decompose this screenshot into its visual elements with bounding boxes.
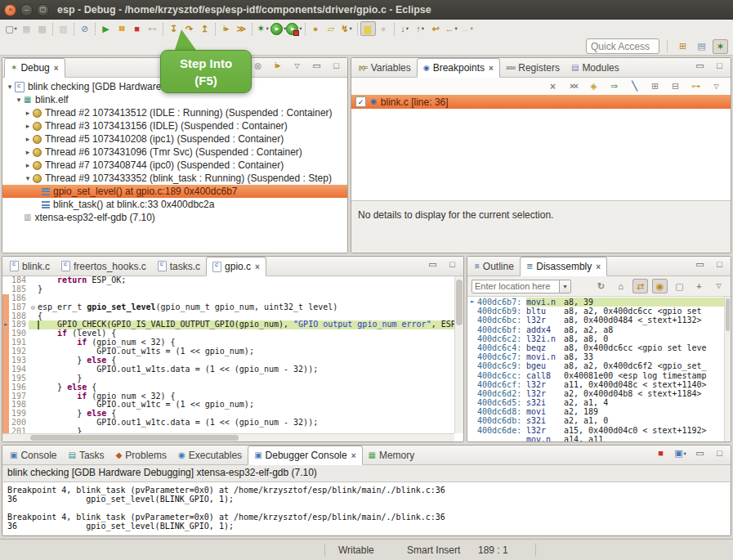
disassembly-line[interactable]: 400dc6d5:s32ia2, a1, 4	[467, 398, 724, 407]
tree-expander-icon[interactable]: ▸	[24, 122, 32, 130]
goto-file-button[interactable]	[606, 79, 622, 94]
use-step-filters-button[interactable]	[234, 21, 249, 36]
code-line[interactable]: 199 } else {	[2, 410, 454, 419]
terminate-button[interactable]	[653, 446, 668, 461]
disassembly-line[interactable]: 400dc6b9:bltua8, a2, 0x400dc6cc <gpio_se…	[467, 307, 724, 316]
debug-tree-row[interactable]: ▸Thread #5 1073410208 (ipc1) (Suspended …	[2, 132, 347, 146]
tab-memory[interactable]: Memory	[363, 446, 421, 464]
close-tab-icon[interactable]: ×	[255, 262, 260, 271]
code-editor[interactable]: 184 return ESP_OK;185}186187⊖esp_err_t g…	[2, 276, 454, 433]
save-button[interactable]	[19, 21, 34, 36]
tab-debugger-console[interactable]: Debugger Console×	[248, 446, 362, 465]
open-perspective-button[interactable]	[675, 39, 691, 54]
editor-vertical-scrollbar[interactable]	[454, 276, 463, 433]
location-input[interactable]	[472, 280, 560, 293]
location-dropdown-icon[interactable]: ▼	[560, 280, 571, 293]
minimize-button[interactable]	[425, 258, 440, 272]
disassembly-line[interactable]: 400dc6c2:l32i.na8, a8, 0	[467, 334, 724, 343]
close-tab-icon[interactable]: ×	[596, 262, 601, 271]
tree-expander-icon[interactable]: ▸	[24, 135, 32, 143]
tab-breakpoints[interactable]: Breakpoints×	[417, 58, 500, 78]
pin-button[interactable]	[691, 279, 707, 293]
code-line[interactable]: 187⊖esp_err_t gpio_set_level(gpio_num_t …	[2, 303, 454, 312]
external-tools-button[interactable]: ▾	[286, 21, 302, 36]
scrollbar-thumb[interactable]	[456, 280, 463, 325]
back-dropdown-icon[interactable]: ▾	[454, 25, 457, 32]
remove-all-button[interactable]	[565, 79, 581, 94]
scrollbar-thumb[interactable]	[30, 435, 239, 441]
remove-all-terminated-button[interactable]	[250, 59, 266, 74]
open-task-button[interactable]	[308, 21, 324, 36]
code-line[interactable]: 196 } else {	[2, 383, 454, 392]
open-resource-button[interactable]	[324, 21, 339, 36]
code-line[interactable]: 188{	[2, 312, 454, 321]
tree-expander-icon[interactable]: ▸	[24, 109, 32, 117]
window-close-button[interactable]: ×	[4, 4, 16, 16]
disassembly-line[interactable]: 400dc6de:l32ra15, 0x400d04c0 <_stext+119…	[467, 426, 724, 435]
close-tab-icon[interactable]: ×	[489, 64, 494, 73]
tree-expander-icon[interactable]: ▸	[24, 148, 32, 156]
debug-tree-row[interactable]: ▸Thread #2 1073413512 (IDLE : Running) (…	[2, 106, 347, 119]
debug-tree-row[interactable]: ▾blink.elf	[2, 93, 347, 106]
disconnect-button[interactable]	[145, 21, 160, 36]
search-dropdown-icon[interactable]: ▾	[350, 25, 352, 32]
tab-executables[interactable]: Executables	[172, 446, 248, 464]
show-source-button[interactable]	[652, 279, 668, 293]
collapse-all-button[interactable]	[668, 79, 683, 94]
forward-dropdown-icon[interactable]: ▾	[470, 25, 472, 32]
code-line[interactable]: 184 return ESP_OK;	[2, 276, 454, 285]
tab-tasks[interactable]: Tasks	[62, 446, 110, 464]
instruction-stepping-mode-button[interactable]	[270, 59, 285, 74]
disassembly-line[interactable]: 400dc6bc:l32ra8, 0x400d0484 <_stext+1132…	[467, 316, 724, 325]
minimize-button[interactable]	[309, 59, 324, 74]
refresh-button[interactable]	[593, 279, 609, 293]
window-minimize-button[interactable]: –	[20, 4, 33, 16]
display-selected-button[interactable]: ▾	[673, 446, 688, 461]
code-line[interactable]: 198 GPIO.out_w1tc = (1 << gpio_num);	[2, 401, 454, 410]
tab-blink-c[interactable]: blink.c	[4, 257, 56, 276]
maximize-button[interactable]	[712, 258, 727, 272]
view-menu-button[interactable]	[711, 279, 726, 293]
close-tab-icon[interactable]: ×	[54, 64, 59, 73]
tree-expander-icon[interactable]: ▾	[24, 174, 32, 182]
debug-button[interactable]: ▾	[255, 21, 270, 36]
maximize-button[interactable]	[712, 59, 727, 74]
breakpoint-checkbox[interactable]: ✓	[355, 96, 366, 107]
forward-button[interactable]: ▾	[459, 21, 475, 36]
new-button[interactable]: ▾	[3, 21, 19, 36]
disassembly-line[interactable]: 400dc6cf:l32ra11, 0x400d048c <_stext+114…	[467, 380, 724, 389]
debug-dropdown-icon[interactable]: ▾	[266, 25, 268, 32]
debug-tree-row[interactable]: ▾Thread #9 1073433352 (blink_task : Runn…	[2, 172, 347, 185]
tab-modules[interactable]: Modules	[565, 58, 625, 77]
search-button[interactable]: ▾	[339, 21, 355, 36]
close-tab-icon[interactable]: ×	[351, 451, 356, 460]
suspend-button[interactable]	[114, 21, 129, 36]
back-button[interactable]: ▾	[444, 21, 459, 36]
block-selection-button[interactable]	[376, 21, 391, 36]
disassembly-line[interactable]: 400dc6c4:beqza8, 0x400dc6cc <gpio_set_le…	[467, 343, 724, 352]
show-supported-button[interactable]	[586, 79, 601, 94]
code-line[interactable]: 195 }	[2, 374, 454, 383]
minimize-button[interactable]	[692, 59, 708, 74]
debug-tree-row[interactable]: xtensa-esp32-elf-gdb (7.10)	[2, 211, 347, 224]
code-line[interactable]: 193 } else {	[2, 356, 454, 365]
code-line[interactable]: 201 }	[2, 428, 454, 433]
instruction-stepping-button[interactable]	[218, 21, 234, 36]
tab-variables[interactable]: Variables	[353, 58, 417, 77]
resume-button[interactable]	[98, 21, 114, 36]
code-line[interactable]: 185}	[2, 285, 454, 294]
tab-problems[interactable]: Problems	[110, 446, 172, 464]
prev-annotation-dropdown-icon[interactable]: ▾	[422, 25, 424, 32]
tree-expander-icon[interactable]: ▸	[24, 161, 32, 169]
disassembly-listing[interactable]: ►400dc6b7:movi.na8, 39400dc6b9:bltua8, a…	[467, 297, 724, 441]
home-button[interactable]	[613, 279, 628, 293]
disassembly-line[interactable]: mov.na14, a11	[467, 435, 724, 441]
view-menu-button[interactable]	[708, 79, 724, 94]
prev-annotation-button[interactable]: ▾	[413, 21, 428, 36]
maximize-button[interactable]	[329, 59, 344, 74]
skip-all-breakpoints-button[interactable]	[77, 21, 92, 36]
disassembly-line[interactable]: 400dc6c7:movi.na8, 33	[467, 352, 724, 361]
tree-expander-icon[interactable]: ▾	[15, 96, 23, 104]
tree-expander-icon[interactable]: ▾	[6, 83, 14, 91]
breakpoint-row[interactable]: ✓ blink.c [line: 36]	[351, 95, 731, 109]
